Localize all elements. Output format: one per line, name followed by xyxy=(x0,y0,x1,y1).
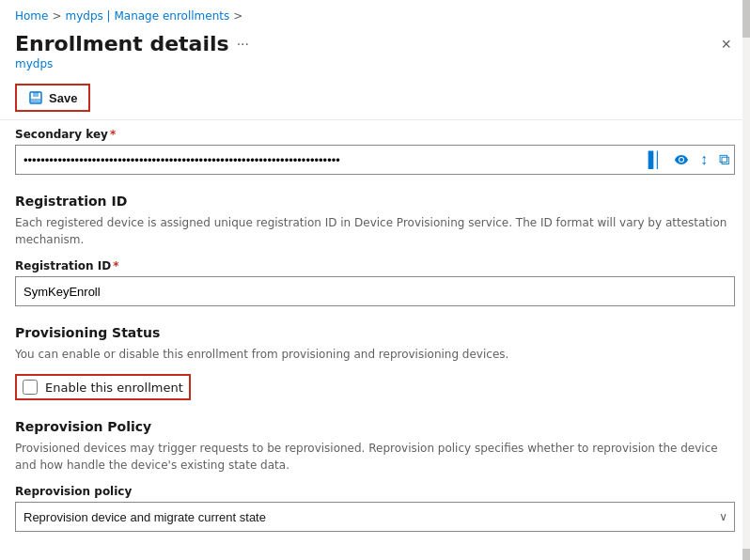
reprovision-policy-field-group: Reprovision policy Reprovision device an… xyxy=(15,485,735,532)
copy-icon: ⧉ xyxy=(719,151,729,168)
reprovision-policy-wrapper: Reprovision device and migrate current s… xyxy=(15,502,735,532)
close-button[interactable]: × xyxy=(717,32,735,56)
svg-rect-1 xyxy=(33,92,39,97)
secondary-key-section: Secondary key * ▐│ xyxy=(15,120,735,175)
eye-button[interactable] xyxy=(672,150,691,169)
breadcrumb-sep2: > xyxy=(233,9,242,23)
breadcrumb-sep1: > xyxy=(52,9,61,23)
reprovision-policy-label: Reprovision policy xyxy=(15,485,735,498)
regenerate-icon: ↕ xyxy=(700,151,708,168)
registration-id-input[interactable] xyxy=(15,276,735,306)
panel-header: Enrollment details ··· mydps × xyxy=(0,28,750,76)
reprovision-policy-section: Reprovision Policy Provisioned devices m… xyxy=(15,419,735,532)
provisioning-status-section: Provisioning Status You can enable or di… xyxy=(15,325,735,400)
panel-subtitle: mydps xyxy=(15,57,249,70)
waveform-icon: ▐│ xyxy=(643,151,663,168)
provisioning-status-desc: You can enable or disable this enrollmen… xyxy=(15,346,735,363)
save-label: Save xyxy=(49,91,77,105)
enable-enrollment-text: Enable this enrollment xyxy=(45,381,183,395)
enable-enrollment-checkbox[interactable] xyxy=(23,380,38,395)
save-icon xyxy=(28,90,43,105)
registration-id-field-group: Registration ID * xyxy=(15,259,735,306)
secondary-key-required: * xyxy=(110,128,116,141)
save-button[interactable]: Save xyxy=(15,84,90,112)
enrollment-panel: Home > mydps | Manage enrollments > Enro… xyxy=(0,0,750,560)
reprovision-policy-desc: Provisioned devices may trigger requests… xyxy=(15,440,735,474)
registration-id-required: * xyxy=(113,259,118,272)
header-left: Enrollment details ··· mydps xyxy=(15,32,249,70)
registration-id-title: Registration ID xyxy=(15,194,735,209)
secondary-key-input-wrapper: ▐│ ↕ ⧉ xyxy=(15,145,735,175)
provisioning-status-title: Provisioning Status xyxy=(15,325,735,340)
secondary-key-input[interactable] xyxy=(15,145,735,175)
secondary-key-label: Secondary key * xyxy=(15,128,735,141)
waveform-button[interactable]: ▐│ xyxy=(641,149,664,170)
registration-id-label: Registration ID * xyxy=(15,259,735,272)
eye-icon xyxy=(674,152,689,167)
registration-id-desc: Each registered device is assigned uniqu… xyxy=(15,214,735,248)
enable-enrollment-label[interactable]: Enable this enrollment xyxy=(15,374,191,400)
reprovision-policy-select[interactable]: Reprovision device and migrate current s… xyxy=(15,502,735,532)
regenerate-button[interactable]: ↕ xyxy=(698,149,710,170)
secondary-key-actions: ▐│ ↕ ⧉ xyxy=(641,149,731,170)
toolbar: Save xyxy=(0,76,750,119)
main-content: Secondary key * ▐│ xyxy=(0,120,750,560)
breadcrumb: Home > mydps | Manage enrollments > xyxy=(0,0,750,28)
scrollbar-thumb-bottom[interactable] xyxy=(742,549,750,560)
reprovision-policy-title: Reprovision Policy xyxy=(15,419,735,434)
breadcrumb-home[interactable]: Home xyxy=(15,9,48,23)
scrollbar-track xyxy=(742,0,750,560)
svg-rect-2 xyxy=(31,99,40,102)
ellipsis-menu[interactable]: ··· xyxy=(237,37,249,52)
page-title: Enrollment details ··· xyxy=(15,32,249,55)
secondary-key-field-group: Secondary key * ▐│ xyxy=(15,128,735,175)
registration-id-section: Registration ID Each registered device i… xyxy=(15,194,735,306)
copy-button[interactable]: ⧉ xyxy=(717,149,731,170)
breadcrumb-mydps[interactable]: mydps | Manage enrollments xyxy=(66,9,230,23)
scrollbar-thumb-top[interactable] xyxy=(742,0,750,38)
